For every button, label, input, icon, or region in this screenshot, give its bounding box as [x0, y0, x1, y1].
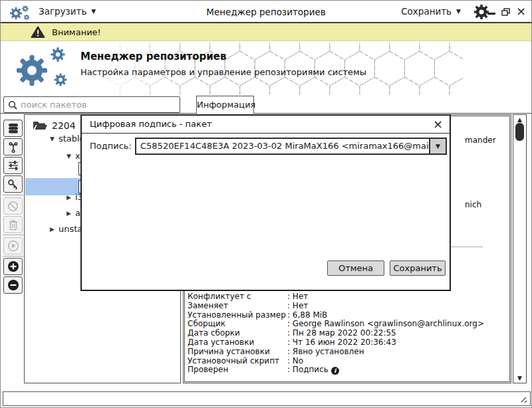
caret-right-icon[interactable]: ▶ — [66, 194, 71, 201]
detail-row: Проверен: Подписьi — [188, 365, 484, 375]
titlebar: Загрузить ▼ Менеджер репозиториев Сохран… — [1, 1, 531, 23]
sign-key-button[interactable] — [3, 175, 23, 193]
toolbar-separator — [3, 256, 23, 256]
save-menu-button[interactable]: Сохранить ▼ — [401, 6, 461, 17]
detail-value: : Нет — [287, 301, 308, 310]
scroll-down-icon[interactable]: ▼ — [513, 375, 526, 381]
dialog-title-separator — [82, 133, 450, 134]
content-divider — [1, 113, 531, 114]
prohibited-icon — [7, 201, 19, 212]
detail-label: Проверен — [188, 365, 287, 375]
detail-value: : No — [287, 356, 303, 365]
detail-row: Конфликтует с: Нет — [188, 292, 484, 302]
trash-icon — [8, 219, 19, 231]
detail-row: Дата сборки: Пн 28 мар 2022 00:22:55 — [188, 329, 484, 338]
chevron-down-icon: ▼ — [436, 143, 440, 150]
warning-triangle-icon — [31, 26, 45, 39]
detail-label: Заменяет — [188, 302, 287, 311]
minus-circle-icon — [7, 279, 19, 291]
remove-button[interactable] — [3, 276, 23, 294]
detail-row: Причина установки: Явно установлен — [188, 348, 484, 357]
toolbar-separator — [3, 195, 23, 195]
detail-label: Причина установки — [188, 348, 287, 357]
branch-button[interactable] — [3, 138, 23, 155]
tree-row-arch[interactable]: ▼ x — [66, 151, 80, 161]
repositories-button[interactable] — [3, 120, 23, 137]
filters-button[interactable] — [3, 157, 23, 174]
detail-row: Установочный скрипт: No — [188, 357, 484, 366]
signature-dialog: Цифровая подпись - пакет × Подпись: C585… — [80, 114, 451, 291]
detail-label: Дата сборки — [188, 329, 287, 338]
save-menu-label: Сохранить — [401, 6, 452, 17]
scroll-up-icon[interactable]: ▲ — [513, 116, 526, 123]
tree-root-label: 2204 — [52, 120, 76, 131]
detail-row: Дата установки: Чт 16 июн 2022 20:36:43 — [188, 338, 484, 348]
detail-label: Установочный скрипт — [188, 357, 287, 366]
block-button — [3, 197, 23, 215]
plus-circle-icon — [7, 260, 19, 272]
page-header: Менеджер репозиториев Настройка параметр… — [1, 41, 531, 95]
key-icon — [7, 178, 19, 191]
page-subtitle: Настройка параметров и управление репози… — [80, 67, 366, 77]
tree-root-row[interactable]: 2204 — [33, 120, 76, 131]
minimize-button[interactable] — [487, 13, 495, 15]
detail-label: Установленный размер — [188, 311, 287, 320]
dialog-title: Цифровая подпись - пакет — [90, 116, 212, 133]
cancel-button[interactable]: Отмена — [327, 260, 384, 276]
warning-banner: Внимание! — [1, 23, 531, 41]
tab-information[interactable]: Информация — [196, 96, 254, 114]
delete-button — [3, 216, 23, 233]
details-table: Конфликтует с: НетЗаменяет: НетУстановле… — [188, 292, 484, 375]
toolbar-separator — [3, 235, 23, 235]
status-bar — [3, 391, 531, 406]
tree-row-stable[interactable]: ▼ stable — [50, 134, 85, 144]
caret-down-icon[interactable]: ▼ — [66, 153, 71, 159]
close-button[interactable]: × — [516, 6, 526, 17]
dialog-save-button[interactable]: Сохранить — [390, 260, 446, 276]
detail-value: : George Rawlinson <grawlinson@archlinux… — [287, 319, 484, 328]
tree-label: x — [75, 151, 80, 161]
caret-down-icon[interactable]: ▼ — [50, 136, 55, 142]
tree-row-a[interactable]: ▶ a — [66, 208, 80, 218]
combo-dropdown-button[interactable]: ▼ — [429, 139, 446, 153]
detail-value: : Подпись — [287, 365, 329, 374]
detail-row: Сборщик: George Rawlinson <grawlinson@ar… — [188, 320, 484, 329]
tree-label: a — [75, 208, 80, 218]
info-icon[interactable]: i — [331, 367, 339, 375]
signature-value: C58520EF14C48E3A 2023-03-02 MiraMaX166 <… — [136, 139, 429, 153]
run-button — [3, 237, 23, 255]
settings-gear-icon[interactable] — [474, 5, 489, 19]
scrollbar-thumb[interactable] — [515, 123, 524, 141]
signature-label: Подпись: — [90, 141, 132, 151]
search-input-wrap — [3, 96, 180, 113]
app-logo-large-icon — [10, 44, 76, 93]
detail-row: Установленный размер: 6,88 MiB — [188, 311, 484, 320]
caret-right-icon[interactable]: ▶ — [50, 226, 55, 233]
search-input[interactable] — [21, 100, 180, 110]
page-title: Менеджер репозиториев — [80, 51, 227, 62]
resize-grip-icon[interactable] — [518, 394, 527, 403]
detail-value: : Чт 16 июн 2022 20:36:43 — [287, 338, 396, 347]
sliders-icon — [7, 159, 19, 171]
warning-text: Внимание! — [52, 27, 101, 37]
detail-label: Конфликтует с — [188, 292, 287, 302]
search-icon — [8, 100, 17, 110]
detail-value: : Пн 28 мар 2022 00:22:55 — [287, 328, 396, 338]
add-button[interactable] — [3, 258, 23, 275]
detail-value: : Нет — [287, 292, 308, 301]
maximize-button[interactable] — [501, 8, 510, 16]
app-window: Загрузить ▼ Менеджер репозиториев Сохран… — [0, 0, 532, 408]
git-branch-icon — [7, 141, 19, 153]
dialog-close-icon[interactable]: × — [433, 117, 443, 131]
caret-right-icon[interactable]: ▶ — [66, 210, 71, 217]
detail-value: : Явно установлен — [287, 347, 364, 356]
detail-label: Сборщик — [188, 320, 287, 329]
signature-select[interactable]: C58520EF14C48E3A 2023-03-02 MiraMaX166 <… — [135, 138, 447, 155]
detail-label: Дата установки — [188, 338, 287, 348]
chevron-down-icon: ▼ — [456, 8, 461, 15]
vertical-scrollbar[interactable]: ▲ ▼ — [513, 114, 527, 383]
clipped-text-fragment: mander — [465, 136, 496, 145]
clipped-text-fragment: nich — [465, 200, 481, 209]
database-icon — [7, 122, 19, 134]
detail-row: Заменяет: Нет — [188, 302, 484, 311]
